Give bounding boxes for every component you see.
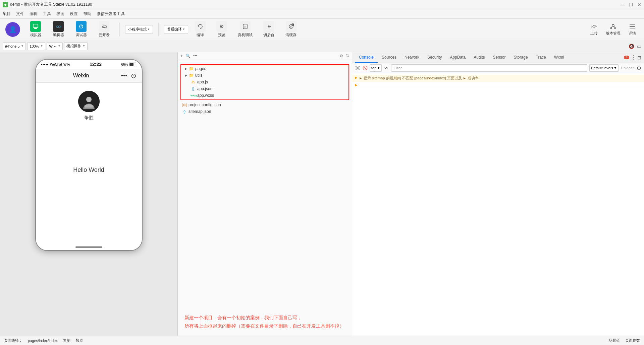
- user-avatar[interactable]: 👤: [5, 22, 20, 37]
- console-filter-input[interactable]: [391, 64, 587, 72]
- battery-area: 66%: [121, 63, 136, 66]
- tab-sources[interactable]: Sources: [378, 52, 400, 63]
- mute-icon[interactable]: 🔇: [629, 44, 634, 49]
- menu-wechat-tools[interactable]: 微信开发者工具: [97, 11, 125, 17]
- version-button[interactable]: 版本管理: [603, 21, 623, 37]
- folder-icon-utils: 📁: [189, 73, 194, 78]
- compile-select[interactable]: 普通编译 ▼: [164, 25, 188, 34]
- zoom-select[interactable]: 100% ▼: [27, 42, 45, 50]
- real-debug-icon: [240, 21, 251, 32]
- editor-panel: + 🔍 ••• ⚙ ⇅ ▶ 📁 pages ▶ 📁 utils: [178, 52, 352, 336]
- page-path-value: pages/index/index: [28, 339, 58, 343]
- svg-rect-1: [34, 28, 37, 29]
- settings-icon[interactable]: ⚙: [339, 54, 343, 58]
- tab-security[interactable]: Security: [423, 52, 446, 63]
- tab-console[interactable]: Console: [355, 52, 378, 63]
- action-chevron: ▼: [83, 45, 85, 48]
- detail-button[interactable]: 详情: [626, 21, 639, 37]
- compile-button[interactable]: 编译: [191, 20, 210, 39]
- menu-edit[interactable]: 编辑: [30, 11, 38, 17]
- device-select[interactable]: iPhone 5 ▼: [3, 42, 26, 50]
- devicebar-right-icons: 🔇 ▭: [629, 44, 641, 49]
- titlebar-left: ◆ demo - 微信开发者工具 Stable v1.02.1911180: [3, 2, 92, 7]
- menu-settings[interactable]: 设置: [70, 11, 78, 17]
- upload-label: 上传: [590, 31, 598, 36]
- copy-path-button[interactable]: 复制: [63, 338, 70, 343]
- close-button[interactable]: ✕: [637, 2, 641, 7]
- cloud-button[interactable]: 云开发: [94, 20, 114, 39]
- real-debug-button[interactable]: 真机调试: [234, 20, 257, 39]
- settings-gear-icon[interactable]: ⚙: [637, 65, 641, 71]
- chevron-down-icon: ▼: [147, 28, 150, 31]
- json-icon-appjson: {}: [191, 87, 196, 91]
- file-item-appjson[interactable]: {} app.json: [181, 85, 348, 92]
- mode-select[interactable]: 小程序模式 ▼: [125, 25, 153, 34]
- add-file-icon[interactable]: +: [180, 54, 183, 58]
- zoom-level: 100%: [30, 44, 39, 48]
- simulator-icon: [30, 21, 41, 32]
- clear-console-icon[interactable]: [355, 65, 360, 71]
- more-icon: •••: [121, 72, 127, 79]
- level-label: Default levels: [591, 66, 613, 70]
- preserve-log-icon[interactable]: 🚫: [362, 65, 368, 71]
- annotation-line2: 所有将上面框起来的删掉（需要在文件目录下删除，自己在开发工具删不掉）: [184, 322, 345, 330]
- scene-value-button[interactable]: 场景值: [609, 338, 620, 343]
- screen-icon[interactable]: ▭: [637, 44, 641, 49]
- menu-tools[interactable]: 工具: [43, 11, 51, 17]
- page-params-button[interactable]: 页面参数: [625, 338, 640, 343]
- file-item-pages[interactable]: ▶ 📁 pages: [181, 65, 348, 72]
- statusbar-right: 场景值 页面参数: [609, 338, 640, 343]
- svg-point-7: [221, 26, 222, 27]
- tab-audits[interactable]: Audits: [470, 52, 489, 63]
- wifi-icon: WiFi: [63, 63, 70, 66]
- clear-cache-button[interactable]: ≡+ 清缓存: [281, 20, 301, 39]
- preview-path-button[interactable]: 预览: [76, 338, 83, 343]
- network-select[interactable]: WiFi ▼: [47, 42, 63, 50]
- minimize-button[interactable]: —: [620, 2, 625, 7]
- titlebar: ◆ demo - 微信开发者工具 Stable v1.02.1911180 — …: [0, 0, 644, 9]
- file-item-appjs[interactable]: JS app.js: [181, 79, 348, 85]
- search-icon[interactable]: 🔍: [185, 54, 191, 58]
- menu-help[interactable]: 帮助: [83, 11, 91, 17]
- debugger-button[interactable]: 调试器: [71, 20, 91, 39]
- menu-project[interactable]: 项目: [3, 11, 11, 17]
- simulator-button[interactable]: 模拟器: [25, 20, 46, 39]
- phone-statusbar: ••••• WeChat WiFi 12:23 66%: [36, 60, 142, 69]
- tab-storage[interactable]: Storage: [510, 52, 532, 63]
- collapse-icon[interactable]: ⇅: [346, 54, 349, 58]
- preview-button[interactable]: 预览: [212, 20, 231, 39]
- console-row-2: ▶: [352, 82, 644, 88]
- statusbar: 页面路径： pages/index/index 复制 预览 场景值 页面参数: [0, 336, 644, 345]
- menu-interface[interactable]: 界面: [56, 11, 64, 17]
- phone-nav-title: Weixin: [73, 73, 89, 79]
- file-item-appwxss[interactable]: wxss app.wxss: [181, 92, 348, 99]
- tab-sensor[interactable]: Sensor: [489, 52, 510, 63]
- tab-appdata[interactable]: AppData: [446, 52, 470, 63]
- tab-network[interactable]: Network: [400, 52, 423, 63]
- context-chevron: ▼: [377, 66, 380, 70]
- menu-file[interactable]: 文件: [16, 11, 24, 17]
- level-select[interactable]: Default levels ▼: [589, 64, 619, 72]
- tab-wxml[interactable]: Wxml: [550, 52, 568, 63]
- more-options-icon[interactable]: •••: [193, 54, 198, 58]
- devtools-tabs-right: 4 ⋮ ⊡: [624, 54, 641, 61]
- context-select[interactable]: top ▼: [370, 64, 382, 72]
- file-name-appjson: app.json: [197, 86, 212, 91]
- wxss-icon-appwxss: wxss: [191, 94, 196, 97]
- svg-rect-0: [33, 24, 38, 27]
- restore-button[interactable]: ❐: [629, 2, 633, 7]
- editor-button[interactable]: </> 编辑器: [48, 20, 68, 39]
- upload-button[interactable]: 上传: [588, 21, 600, 37]
- file-item-projectconfig[interactable]: {⚙} project.config.json: [178, 101, 352, 108]
- action-select[interactable]: 模拟操作 ▼: [64, 42, 88, 50]
- eye-icon[interactable]: 👁: [384, 65, 389, 71]
- file-item-utils[interactable]: ▶ 📁 utils: [181, 72, 348, 79]
- devtools-dock-icon[interactable]: ⊡: [637, 55, 641, 60]
- highlighted-files-box: ▶ 📁 pages ▶ 📁 utils JS app.js {}: [180, 64, 349, 100]
- file-item-sitemap[interactable]: {} sitemap.json: [178, 108, 352, 115]
- battery-percent: 66%: [121, 63, 128, 66]
- tab-trace[interactable]: Trace: [532, 52, 550, 63]
- cut-back-button[interactable]: 切后台: [259, 20, 278, 39]
- phone-username: 争胜: [84, 115, 94, 121]
- devtools-more-icon[interactable]: ⋮: [631, 54, 636, 61]
